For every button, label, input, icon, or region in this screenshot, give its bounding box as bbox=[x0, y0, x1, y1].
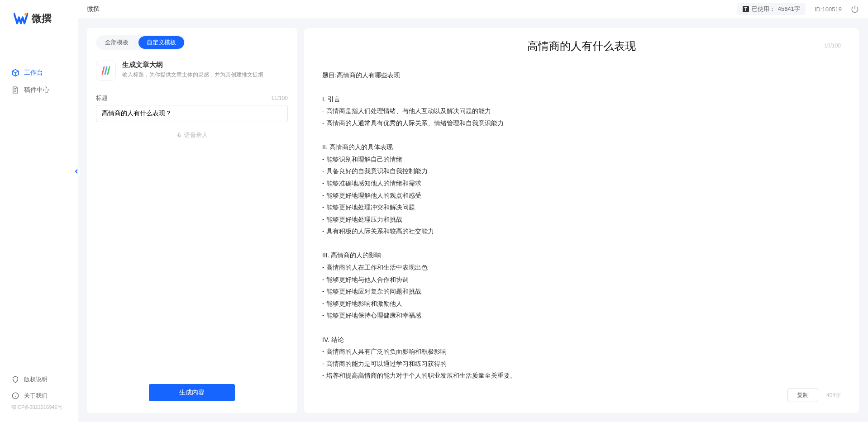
mic-icon bbox=[176, 132, 182, 138]
topbar: 微撰 T 已使用： 45641字 ID:100519 bbox=[78, 0, 868, 19]
voice-input-label: 语音录入 bbox=[184, 131, 208, 139]
cube-icon bbox=[11, 69, 19, 77]
usage-badge: T 已使用： 45641字 bbox=[737, 3, 806, 15]
sidebar-collapse-handle[interactable] bbox=[73, 167, 80, 175]
title-char-count: 11/100 bbox=[271, 95, 288, 101]
sidebar-item-label: 关于我们 bbox=[24, 392, 48, 400]
sidebar-item-workspace[interactable]: 工作台 bbox=[0, 64, 78, 81]
divider bbox=[322, 60, 841, 60]
generate-button[interactable]: 生成内容 bbox=[149, 384, 235, 401]
svg-point-0 bbox=[24, 13, 27, 15]
result-title: 高情商的人有什么表现 bbox=[322, 39, 841, 53]
sidebar: 微撰 工作台 稿件中心 版权说明 关于我们 鄂ICP备2022016946号 bbox=[0, 0, 78, 422]
template-desc: 输入标题，为你提供文章主体的灵感，并为其创建推文提纲 bbox=[122, 71, 263, 79]
sidebar-nav: 工作台 稿件中心 bbox=[0, 33, 78, 371]
tab-custom-templates[interactable]: 自定义模板 bbox=[138, 36, 184, 49]
template-panel: 全部模板 自定义模板 生成文章大纲 输入标题，为你提供文章主体的灵感，并为其创建… bbox=[87, 28, 297, 413]
template-card: 生成文章大纲 输入标题，为你提供文章主体的灵感，并为其创建推文提纲 bbox=[96, 61, 288, 81]
logo-icon bbox=[14, 11, 28, 26]
sidebar-item-label: 稿件中心 bbox=[24, 86, 49, 94]
sidebar-item-about[interactable]: 关于我们 bbox=[0, 388, 78, 404]
copy-button[interactable]: 复制 bbox=[787, 389, 818, 402]
sidebar-item-copyright[interactable]: 版权说明 bbox=[0, 371, 78, 388]
user-id: ID:100519 bbox=[815, 6, 842, 13]
power-icon[interactable] bbox=[851, 5, 859, 13]
info-icon bbox=[11, 392, 19, 400]
sidebar-bottom: 版权说明 关于我们 鄂ICP备2022016946号 bbox=[0, 371, 78, 422]
template-tabs: 全部模板 自定义模板 bbox=[96, 35, 185, 50]
word-count: 404字 bbox=[826, 392, 841, 399]
logo: 微撰 bbox=[0, 0, 78, 33]
voice-input-button[interactable]: 语音录入 bbox=[96, 131, 288, 139]
breadcrumb: 微撰 bbox=[87, 5, 100, 13]
tab-all-templates[interactable]: 全部模板 bbox=[97, 36, 137, 49]
text-icon: T bbox=[743, 6, 749, 12]
sidebar-item-label: 工作台 bbox=[24, 69, 43, 77]
icp-text: 鄂ICP备2022016946号 bbox=[0, 404, 78, 415]
logo-text: 微撰 bbox=[32, 12, 52, 25]
sidebar-item-drafts[interactable]: 稿件中心 bbox=[0, 81, 78, 99]
svg-rect-2 bbox=[178, 133, 180, 136]
result-counter: 10/100 bbox=[824, 43, 841, 49]
result-panel: 高情商的人有什么表现 10/100 题目:高情商的人有哪些表现 I. 引言 - … bbox=[304, 28, 859, 413]
doc-icon bbox=[11, 86, 19, 94]
shield-icon bbox=[11, 375, 19, 384]
title-input[interactable] bbox=[96, 105, 288, 122]
sidebar-item-label: 版权说明 bbox=[24, 375, 48, 384]
usage-value: 45641字 bbox=[778, 5, 800, 13]
template-title: 生成文章大纲 bbox=[122, 61, 263, 69]
result-body[interactable]: 题目:高情商的人有哪些表现 I. 引言 - 高情商是指人们处理情绪、与他人互动以… bbox=[322, 69, 841, 382]
title-label: 标题 bbox=[96, 94, 108, 102]
usage-label: 已使用： bbox=[752, 5, 775, 13]
template-icon bbox=[96, 61, 116, 81]
